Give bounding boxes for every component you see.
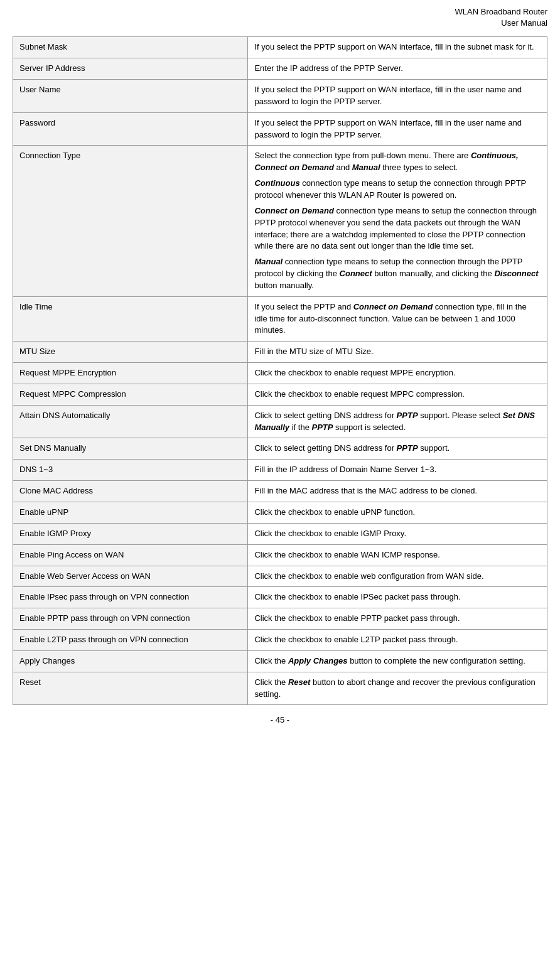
row-description: Click the checkbox to enable L2TP packet… [248, 630, 547, 651]
page-header: WLAN Broadband Router User Manual [13, 6, 547, 29]
row-description: Click to select getting DNS address for … [248, 405, 547, 438]
table-row: Enable L2TP pass through on VPN connecti… [13, 630, 547, 651]
row-description: Click the checkbox to enable PPTP packet… [248, 608, 547, 630]
row-label: Apply Changes [13, 650, 248, 672]
table-row: Set DNS ManuallyClick to select getting … [13, 438, 547, 460]
table-row: Request MPPE EncryptionClick the checkbo… [13, 363, 547, 384]
row-label: Connection Type [13, 146, 248, 296]
row-description: Click the checkbox to enable request MPP… [248, 384, 547, 405]
row-label: Attain DNS Automatically [13, 405, 248, 438]
table-row: MTU SizeFill in the MTU size of MTU Size… [13, 342, 547, 363]
row-label: Reset [13, 672, 248, 705]
row-description: If you select the PPTP support on WAN in… [248, 80, 547, 113]
row-label: Request MPPE Encryption [13, 363, 248, 384]
table-row: Enable Web Server Access on WANClick the… [13, 566, 547, 587]
row-description: Click the checkbox to enable IPSec packe… [248, 587, 547, 608]
row-description: Click the checkbox to enable WAN ICMP re… [248, 544, 547, 566]
table-row: Request MPPC CompressionClick the checkb… [13, 384, 547, 405]
row-label: Enable Ping Access on WAN [13, 544, 248, 566]
row-label: Enable L2TP pass through on VPN connecti… [13, 630, 248, 651]
row-label: Idle Time [13, 296, 248, 342]
table-row: User NameIf you select the PPTP support … [13, 80, 547, 113]
row-description: Click the checkbox to enable uPNP functi… [248, 502, 547, 524]
table-row: Idle TimeIf you select the PPTP and Conn… [13, 296, 547, 342]
row-label: Clone MAC Address [13, 481, 248, 502]
row-description: Select the connection type from pull-dow… [248, 146, 547, 296]
row-description: Click to select getting DNS address for … [248, 438, 547, 460]
row-description: Fill in the IP address of Domain Name Se… [248, 460, 547, 481]
table-row: ResetClick the Reset button to abort cha… [13, 672, 547, 705]
table-row: Enable uPNPClick the checkbox to enable … [13, 502, 547, 524]
row-label: Password [13, 112, 248, 146]
row-description: Click the Apply Changes button to comple… [248, 650, 547, 672]
row-description: Click the checkbox to enable IGMP Proxy. [248, 523, 547, 544]
row-label: User Name [13, 80, 248, 113]
row-description: Fill in the MAC address that is the MAC … [248, 481, 547, 502]
row-description: If you select the PPTP and Connect on De… [248, 296, 547, 342]
main-table: Subnet MaskIf you select the PPTP suppor… [13, 36, 547, 705]
row-label: DNS 1~3 [13, 460, 248, 481]
row-label: Set DNS Manually [13, 438, 248, 460]
table-row: Enable IPsec pass through on VPN connect… [13, 587, 547, 608]
row-label: Enable Web Server Access on WAN [13, 566, 248, 587]
table-row: Clone MAC AddressFill in the MAC address… [13, 481, 547, 502]
row-description: If you select the PPTP support on WAN in… [248, 112, 547, 146]
table-row: DNS 1~3Fill in the IP address of Domain … [13, 460, 547, 481]
row-label: Enable PPTP pass through on VPN connecti… [13, 608, 248, 630]
table-row: Attain DNS AutomaticallyClick to select … [13, 405, 547, 438]
row-label: Request MPPC Compression [13, 384, 248, 405]
row-description: Enter the IP address of the PPTP Server. [248, 58, 547, 80]
row-description: Click the Reset button to abort change a… [248, 672, 547, 705]
row-label: Enable uPNP [13, 502, 248, 524]
row-description: Fill in the MTU size of MTU Size. [248, 342, 547, 363]
table-row: Server IP AddressEnter the IP address of… [13, 58, 547, 80]
table-row: Subnet MaskIf you select the PPTP suppor… [13, 37, 547, 58]
row-label: Server IP Address [13, 58, 248, 80]
row-description: Click the checkbox to enable request MPP… [248, 363, 547, 384]
page-footer: - 45 - [13, 715, 547, 725]
table-row: PasswordIf you select the PPTP support o… [13, 112, 547, 146]
row-description: If you select the PPTP support on WAN in… [248, 37, 547, 58]
table-row: Apply ChangesClick the Apply Changes but… [13, 650, 547, 672]
row-label: Subnet Mask [13, 37, 248, 58]
table-row: Enable IGMP ProxyClick the checkbox to e… [13, 523, 547, 544]
table-row: Enable Ping Access on WANClick the check… [13, 544, 547, 566]
table-row: Connection TypeSelect the connection typ… [13, 146, 547, 296]
row-label: Enable IPsec pass through on VPN connect… [13, 587, 248, 608]
row-description: Click the checkbox to enable web configu… [248, 566, 547, 587]
row-label: MTU Size [13, 342, 248, 363]
table-row: Enable PPTP pass through on VPN connecti… [13, 608, 547, 630]
row-label: Enable IGMP Proxy [13, 523, 248, 544]
